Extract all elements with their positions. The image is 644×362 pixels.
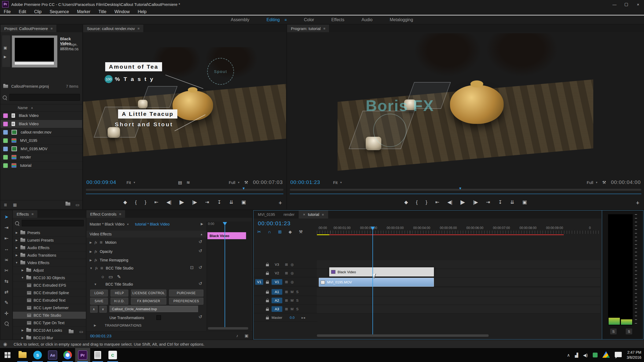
label-color-chip[interactable] bbox=[3, 130, 8, 135]
lock-icon[interactable] bbox=[266, 264, 269, 266]
sync-lock-icon[interactable]: ⊞ bbox=[285, 263, 288, 267]
track-header-master[interactable]: Master 0.0 ▸◂ bbox=[254, 313, 317, 322]
step-back-button[interactable]: ◀| bbox=[166, 199, 171, 205]
export-frame-button[interactable]: ▣ bbox=[241, 199, 246, 205]
source-patch-v1[interactable]: V1 bbox=[255, 279, 263, 285]
trash-icon[interactable]: ▭ bbox=[76, 202, 79, 207]
go-to-in-button[interactable]: ⇤ bbox=[435, 199, 439, 205]
go-to-out-button[interactable]: ⇥ bbox=[205, 199, 209, 205]
poster-frame-icon[interactable]: ▣ bbox=[3, 46, 7, 50]
ripple-edit-tool[interactable]: ⇤ bbox=[4, 235, 8, 241]
program-playhead-marker[interactable]: ▼ bbox=[459, 186, 462, 190]
source-fit-dropdown[interactable]: Fit▾ bbox=[126, 180, 135, 185]
nest-toggle-icon[interactable]: ✂ bbox=[257, 229, 261, 234]
overwrite-button[interactable]: ⇊ bbox=[229, 199, 233, 205]
fx-opacity-row[interactable]: ▶ fx Opacity bbox=[90, 249, 112, 254]
source-scrub-bar[interactable]: ▼ bbox=[86, 189, 283, 191]
zoom-tool[interactable] bbox=[5, 321, 9, 327]
list-view-icon[interactable]: ≣ bbox=[4, 202, 7, 207]
track-lane-a3[interactable] bbox=[317, 305, 600, 313]
project-item-row[interactable]: tutorial bbox=[1, 161, 82, 170]
transformations-row[interactable]: ▶ TRANSFORMATIONS bbox=[94, 323, 142, 327]
comparison-view-icon[interactable]: ▣ bbox=[245, 333, 248, 338]
timeline-ruler[interactable]: :00:00 00:00:01:00 00:00:02:00 00:00:03:… bbox=[317, 226, 600, 234]
sync-app-tray-icon[interactable] bbox=[593, 353, 598, 357]
add-marker-button[interactable]: ◆ bbox=[404, 199, 408, 205]
sync-lock-icon[interactable]: ⊞ bbox=[285, 280, 288, 284]
mini-h-scrollbar[interactable] bbox=[208, 327, 248, 330]
workspace-effects[interactable]: Effects bbox=[331, 17, 345, 22]
label-color-chip[interactable] bbox=[3, 155, 8, 160]
sort-ascending-icon[interactable]: ∧ bbox=[31, 106, 33, 110]
play-button[interactable]: ▶ bbox=[460, 199, 465, 206]
mini-clip-bar[interactable]: Black Video bbox=[207, 232, 246, 239]
reset-effect-icon[interactable]: ↺ bbox=[199, 248, 202, 253]
effects-panel-tab[interactable]: Effects ≡ bbox=[13, 210, 37, 218]
effects-tree-item[interactable]: ▶Audio Effects bbox=[13, 244, 86, 252]
effects-tree-item[interactable]: BCC Extruded Spline bbox=[13, 289, 86, 297]
reset-effect-icon[interactable]: ↺ bbox=[199, 265, 202, 270]
timeline-h-scrollbar[interactable] bbox=[317, 334, 489, 337]
lift-button[interactable]: ↧ bbox=[498, 199, 502, 205]
effects-tree-item[interactable]: ▶Audio Transitions bbox=[13, 252, 86, 259]
use-transformations-checkbox[interactable] bbox=[156, 315, 161, 320]
collapse-icon[interactable]: ▼ bbox=[90, 267, 93, 270]
taskbar-chrome[interactable] bbox=[60, 348, 75, 362]
tray-expand-icon[interactable]: ∧ bbox=[567, 353, 570, 358]
panel-menu-icon[interactable]: ≡ bbox=[32, 212, 34, 216]
taskbar-clock[interactable]: 2:47 PM 3/6/2016 bbox=[627, 350, 642, 360]
lock-icon[interactable] bbox=[266, 282, 269, 284]
track-lane-a1[interactable] bbox=[317, 288, 600, 296]
source-resolution-dropdown[interactable]: Full▾ bbox=[229, 180, 240, 185]
toggle-track-output-icon[interactable]: ◎ bbox=[291, 271, 294, 275]
program-monitor-tab[interactable]: Program: tutorial ≡ bbox=[287, 25, 329, 32]
play-preview-icon[interactable]: ▶ bbox=[4, 55, 6, 59]
lock-icon[interactable] bbox=[266, 309, 269, 311]
program-zoom-scrollbar[interactable] bbox=[290, 194, 641, 194]
label-color-chip[interactable] bbox=[3, 138, 8, 143]
sequence-tab-tutorial[interactable]: × tutorial ≡ bbox=[299, 210, 328, 219]
column-header-name[interactable]: Name bbox=[18, 106, 28, 110]
workspace-color[interactable]: Color bbox=[304, 17, 314, 22]
network-icon[interactable]: ▟ bbox=[575, 353, 578, 358]
button-editor-plus[interactable]: + bbox=[279, 200, 282, 206]
bcc-fx-browser-button[interactable]: FX BROWSER bbox=[131, 298, 166, 305]
project-search-input[interactable] bbox=[9, 94, 80, 101]
button-editor-plus[interactable]: + bbox=[636, 200, 639, 206]
menu-clip[interactable]: Clip bbox=[34, 9, 42, 14]
mark-out-button[interactable]: } bbox=[145, 200, 146, 205]
track-header-v1[interactable]: V1 V1 ⊞ ◎ bbox=[254, 278, 317, 286]
effects-tree-item[interactable]: ▶Adjust bbox=[13, 267, 86, 274]
workspace-menu-icon[interactable]: ≡ bbox=[284, 18, 287, 22]
effects-search-input[interactable] bbox=[22, 220, 84, 226]
bcc-load-button[interactable]: LOAD bbox=[90, 290, 108, 297]
program-scrub-bar[interactable]: ▼ bbox=[290, 189, 641, 191]
sync-lock-icon[interactable]: ⊞ bbox=[285, 307, 288, 311]
drag-video-icon[interactable]: ▤ bbox=[178, 180, 182, 185]
effects-tree-item[interactable]: BCC Extruded Text bbox=[13, 297, 86, 304]
close-tab-icon[interactable]: × bbox=[303, 212, 305, 217]
toggle-track-output-icon[interactable]: ◎ bbox=[291, 280, 294, 284]
taskbar-file-explorer[interactable] bbox=[15, 348, 30, 362]
menu-marker[interactable]: Marker bbox=[77, 9, 90, 14]
next-preset-button[interactable]: ∨ bbox=[99, 306, 107, 313]
expand-icon[interactable]: ▶ bbox=[90, 250, 92, 253]
label-color-chip[interactable] bbox=[3, 113, 8, 118]
new-bin-icon[interactable] bbox=[65, 202, 70, 206]
show-timeline-view-icon[interactable]: ▶ bbox=[201, 222, 203, 226]
workspace-assembly[interactable]: Assembly bbox=[231, 17, 249, 22]
label-color-chip[interactable] bbox=[3, 122, 8, 126]
source-video-frame[interactable]: Amount of Tea 100 % T a s t y Spout A Li… bbox=[83, 47, 286, 161]
effects-tree-item[interactable]: ▶Presets bbox=[13, 229, 86, 237]
menu-file[interactable]: File bbox=[4, 9, 11, 14]
panel-menu-icon[interactable]: ≡ bbox=[51, 27, 53, 31]
bcc-subsection-row[interactable]: ▼ BCC Title Studio bbox=[94, 282, 133, 286]
fx-motion-row[interactable]: ▶ fx ⊞ Motion bbox=[90, 240, 116, 245]
fx-time-remapping-row[interactable]: ▶ fx Time Remapping bbox=[90, 258, 128, 262]
bcc-hud-button[interactable]: H.U.D. bbox=[111, 298, 128, 305]
taskbar-camtasia[interactable]: C bbox=[105, 348, 120, 362]
reset-effect-icon[interactable]: ↺ bbox=[199, 239, 202, 244]
lock-icon[interactable] bbox=[266, 300, 269, 302]
source-monitor-tab[interactable]: Source: callout render.mov ≡ bbox=[83, 25, 143, 32]
track-header-v2[interactable]: V2 ⊞ ◎ bbox=[254, 269, 317, 277]
